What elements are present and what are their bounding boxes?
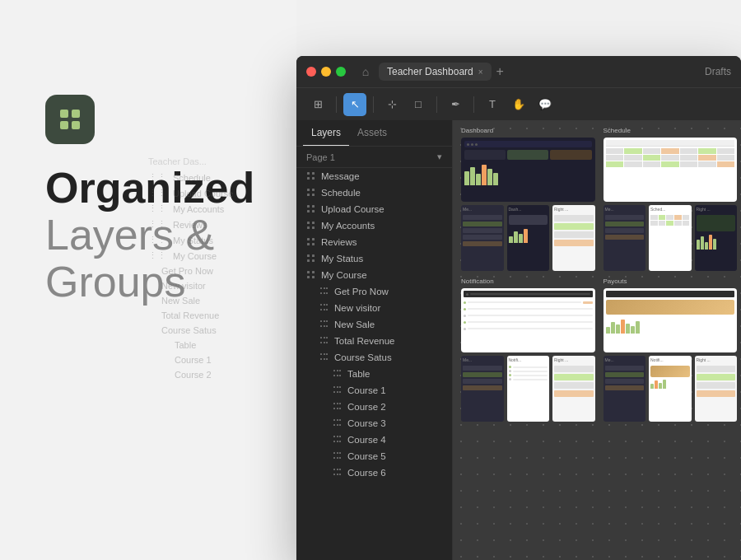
layer-dots-icon <box>319 320 329 329</box>
svg-rect-2 <box>60 121 68 129</box>
shape-tool-button[interactable]: □ <box>407 93 430 116</box>
layer-upload-course[interactable]: Upload Course <box>296 201 452 217</box>
layer-label: Schedule <box>321 188 361 198</box>
layers-panel: Layers Assets Page 1 ▾ Message Schedule <box>296 120 453 560</box>
layer-course-2[interactable]: Course 2 <box>296 399 452 415</box>
notif-sub-notif: Notifi... <box>507 356 550 422</box>
home-icon[interactable]: ⌂ <box>356 62 375 82</box>
layer-grid-icon <box>306 188 316 198</box>
layer-grid-icon <box>306 254 316 264</box>
layer-dots-icon <box>319 336 329 346</box>
layer-label: Course 3 <box>347 418 386 428</box>
layer-dots-icon <box>333 385 343 395</box>
payouts-sub-frames: Me... Notifi... <box>604 356 738 422</box>
layer-dots-icon <box>333 435 343 445</box>
maximize-button[interactable] <box>336 67 346 77</box>
layer-label: Total Revenue <box>334 336 395 346</box>
layer-table[interactable]: Table <box>296 366 452 382</box>
layer-label: Reviews <box>321 237 357 247</box>
payouts-section: Payouts <box>604 278 738 422</box>
toolbar-separator-4 <box>473 96 474 113</box>
layer-course-4[interactable]: Course 4 <box>296 432 452 448</box>
toolbar-separator <box>336 96 337 113</box>
ghost-layers-panel: Teacher Das... ⋮⋮Schedule ⋮⋮Upload Cours… <box>148 156 233 382</box>
hand-tool-button[interactable]: ✋ <box>507 93 530 116</box>
move-tool-button[interactable]: ⊹ <box>380 93 403 116</box>
layer-label: Course 1 <box>347 385 386 395</box>
tab-title: Teacher Dashboard <box>387 66 473 77</box>
page-name: Page 1 <box>306 152 335 162</box>
layer-grid-icon <box>306 204 316 214</box>
active-tab[interactable]: Teacher Dashboard × <box>379 63 492 81</box>
schedule-title: Schedule <box>604 127 738 134</box>
notification-title: Notification <box>461 278 595 285</box>
layer-dots-icon <box>319 352 329 362</box>
layer-label: My Course <box>321 270 367 280</box>
layer-total-revenue[interactable]: Total Revenue <box>296 333 452 349</box>
dashboard-title: Dashboard <box>461 127 595 134</box>
page-chevron-icon: ▾ <box>437 152 442 162</box>
assets-tab[interactable]: Assets <box>349 120 395 146</box>
layer-message[interactable]: Message <box>296 168 452 184</box>
layer-my-course[interactable]: My Course <box>296 267 452 283</box>
notification-sub-frames: Me... Notifi... <box>461 356 595 422</box>
canvas-area: Dashboard <box>453 120 741 560</box>
dashboard-sub-right: Right ... <box>552 205 595 271</box>
schedule-section: Schedule <box>604 127 738 271</box>
schedule-main-frame <box>604 138 738 202</box>
pay-sub-me: Me... <box>604 356 646 422</box>
layer-schedule[interactable]: Schedule <box>296 184 452 201</box>
app-icon <box>45 95 95 144</box>
minimize-button[interactable] <box>321 67 331 77</box>
toolbar-separator-2 <box>373 96 374 113</box>
layers-tab[interactable]: Layers <box>303 120 349 146</box>
tab-bar: Teacher Dashboard × + <box>379 63 705 81</box>
layer-get-pro-now[interactable]: Get Pro Now <box>296 283 452 300</box>
layer-label: My Accounts <box>321 221 375 231</box>
layer-dots-icon <box>333 418 343 428</box>
layer-new-sale[interactable]: New Sale <box>296 316 452 333</box>
notification-section: Notification <box>461 278 595 422</box>
tab-close-button[interactable]: × <box>478 68 483 77</box>
layer-course-1[interactable]: Course 1 <box>296 382 452 399</box>
layer-label: Message <box>321 171 360 181</box>
layer-course-3[interactable]: Course 3 <box>296 415 452 432</box>
page-indicator: Page 1 ▾ <box>296 147 452 168</box>
layer-course-6[interactable]: Course 6 <box>296 464 452 481</box>
svg-rect-3 <box>72 121 80 129</box>
layer-reviews[interactable]: Reviews <box>296 234 452 250</box>
svg-rect-1 <box>72 110 80 118</box>
toolbar: ⊞ ↖ ⊹ □ ✒ T ✋ 💬 <box>296 87 741 120</box>
layer-new-visitor[interactable]: New visitor <box>296 300 452 316</box>
layer-my-accounts[interactable]: My Accounts <box>296 217 452 234</box>
title-bar: ⌂ Teacher Dashboard × + Drafts <box>296 56 741 87</box>
pay-sub-right: Right ... <box>695 356 738 422</box>
frame-tool-button[interactable]: ⊞ <box>306 93 329 116</box>
svg-rect-0 <box>60 110 68 118</box>
schedule-sub-frames: Me... Sched... <box>604 205 738 271</box>
layer-label: Course 6 <box>347 468 386 478</box>
schedule-sub-right: Right ... <box>695 205 738 271</box>
layer-dots-icon <box>333 468 343 478</box>
layer-course-satus[interactable]: Course Satus <box>296 349 452 366</box>
layer-grid-icon <box>306 270 316 280</box>
drafts-button[interactable]: Drafts <box>705 66 731 77</box>
layer-my-status[interactable]: My Status <box>296 250 452 267</box>
select-tool-button[interactable]: ↖ <box>343 93 366 116</box>
text-tool-button[interactable]: T <box>481 93 504 116</box>
layer-course-5[interactable]: Course 5 <box>296 448 452 464</box>
layer-dots-icon <box>319 303 329 313</box>
close-button[interactable] <box>306 67 316 77</box>
layer-label: New visitor <box>334 303 380 313</box>
payouts-main-frame <box>604 288 738 352</box>
layer-dots-icon <box>319 287 329 296</box>
layer-dots-icon <box>333 402 343 412</box>
layer-label: Course 5 <box>347 451 386 461</box>
pen-tool-button[interactable]: ✒ <box>444 93 467 116</box>
dashboard-sub-frames: Me... Dash... <box>461 205 595 271</box>
new-tab-button[interactable]: + <box>496 64 504 79</box>
notif-sub-me: Me... <box>461 356 504 422</box>
layer-label: Upload Course <box>321 204 384 214</box>
comment-tool-button[interactable]: 💬 <box>534 93 557 116</box>
toolbar-separator-3 <box>436 96 437 113</box>
